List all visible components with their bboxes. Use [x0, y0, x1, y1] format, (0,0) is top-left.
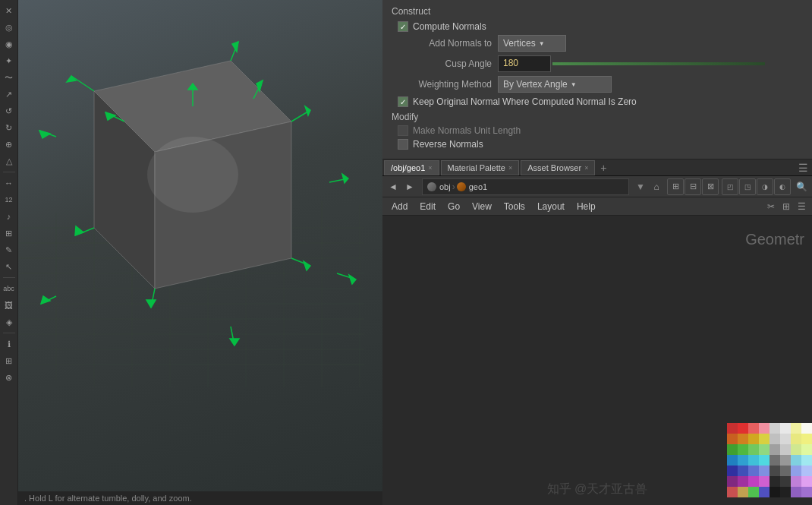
viewport-3d[interactable]: . Hold L for alternate tumble, dolly, an…: [18, 0, 382, 505]
swatch-47[interactable]: [801, 476, 812, 487]
swatch-20[interactable]: [770, 444, 780, 455]
weighting-method-dropdown[interactable]: By Vertex Angle ▼: [498, 76, 612, 93]
swatch-37[interactable]: [780, 466, 791, 476]
menu-edit[interactable]: Edit: [414, 200, 442, 213]
tab-asset-browser[interactable]: Asset Browser ×: [521, 160, 595, 175]
swatch-55[interactable]: [801, 487, 812, 497]
tool-redo[interactable]: ↻: [2, 120, 17, 135]
swatch-11[interactable]: [759, 434, 770, 444]
cusp-angle-slider[interactable]: [552, 62, 765, 65]
compute-normals-checkbox[interactable]: [398, 21, 408, 32]
swatch-54[interactable]: [791, 487, 801, 497]
swatch-39[interactable]: [801, 466, 812, 476]
swatch-43[interactable]: [759, 476, 770, 487]
tool-end[interactable]: ⊗: [2, 370, 17, 385]
swatch-42[interactable]: [748, 476, 759, 487]
tool-circle1[interactable]: ◎: [2, 20, 17, 35]
tool-pin[interactable]: ◈: [2, 314, 17, 330]
tool-triangle[interactable]: △: [2, 153, 17, 169]
swatch-24[interactable]: [727, 455, 738, 466]
menu-go[interactable]: Go: [442, 200, 466, 213]
swatch-38[interactable]: [791, 466, 801, 476]
swatch-27[interactable]: [759, 455, 770, 466]
tab-close-0[interactable]: ×: [428, 164, 432, 172]
display-icon2[interactable]: ◳: [739, 178, 756, 195]
swatch-51[interactable]: [759, 487, 770, 497]
tab-material-palette[interactable]: Material Palette ×: [441, 160, 520, 175]
swatch-3[interactable]: [759, 423, 770, 434]
swatch-12[interactable]: [770, 434, 780, 444]
swatch-4[interactable]: [770, 423, 780, 434]
cusp-angle-input[interactable]: 180: [498, 55, 551, 72]
tool-arrow[interactable]: ↗: [2, 87, 17, 102]
tab-bar-options[interactable]: ☰: [795, 160, 810, 175]
swatch-26[interactable]: [748, 455, 759, 466]
menu-tools[interactable]: Tools: [498, 200, 531, 213]
swatch-7[interactable]: [801, 423, 812, 434]
swatch-46[interactable]: [791, 476, 801, 487]
swatch-45[interactable]: [780, 476, 791, 487]
tool-grid[interactable]: ⊞: [2, 353, 17, 368]
tab-close-2[interactable]: ×: [584, 164, 588, 172]
display-icon3[interactable]: ◑: [757, 178, 773, 195]
tool-target[interactable]: ⊕: [2, 137, 17, 152]
swatch-16[interactable]: [727, 444, 738, 455]
swatch-13[interactable]: [780, 434, 791, 444]
tool-edit[interactable]: ✎: [2, 242, 17, 257]
tool-info[interactable]: ℹ: [2, 336, 17, 352]
swatch-35[interactable]: [759, 466, 770, 476]
swatch-25[interactable]: [738, 455, 748, 466]
tool-wave[interactable]: 〜: [2, 70, 17, 85]
swatch-41[interactable]: [738, 476, 748, 487]
swatch-33[interactable]: [738, 466, 748, 476]
menu-tool3[interactable]: ☰: [794, 199, 809, 214]
swatch-15[interactable]: [801, 434, 812, 444]
make-normals-unit-checkbox[interactable]: [398, 125, 408, 136]
swatch-44[interactable]: [770, 476, 780, 487]
menu-tool1[interactable]: ✂: [763, 199, 779, 214]
tool-num[interactable]: 12: [2, 192, 17, 207]
tool-camera[interactable]: ⊞: [2, 226, 17, 241]
swatch-2[interactable]: [748, 423, 759, 434]
swatch-28[interactable]: [770, 455, 780, 466]
swatch-0[interactable]: [727, 423, 738, 434]
path-dropdown-button[interactable]: ▼: [634, 180, 647, 194]
nav-back-button[interactable]: ◄: [386, 179, 401, 194]
swatch-48[interactable]: [727, 487, 738, 497]
swatch-52[interactable]: [770, 487, 780, 497]
tool-sound[interactable]: ♪: [2, 209, 17, 224]
tool-move[interactable]: ↔: [2, 175, 17, 191]
tool-close[interactable]: ✕: [2, 3, 17, 18]
swatch-53[interactable]: [780, 487, 791, 497]
tool-circle2[interactable]: ◉: [2, 36, 17, 52]
swatch-30[interactable]: [791, 455, 801, 466]
view-icon2[interactable]: ⊟: [685, 178, 701, 195]
menu-tool2[interactable]: ⊞: [779, 199, 794, 214]
swatch-8[interactable]: [727, 434, 738, 444]
tool-abc[interactable]: abc: [2, 281, 17, 296]
menu-add[interactable]: Add: [386, 200, 414, 213]
swatch-9[interactable]: [738, 434, 748, 444]
keep-original-checkbox[interactable]: [398, 96, 408, 107]
swatch-23[interactable]: [801, 444, 812, 455]
tool-img[interactable]: 🖼: [2, 298, 17, 313]
tool-undo[interactable]: ↺: [2, 103, 17, 118]
menu-view[interactable]: View: [466, 200, 498, 213]
swatch-21[interactable]: [780, 444, 791, 455]
menu-help[interactable]: Help: [571, 200, 602, 213]
swatch-32[interactable]: [727, 466, 738, 476]
swatch-10[interactable]: [748, 434, 759, 444]
swatch-6[interactable]: [791, 423, 801, 434]
tab-obj-geo1[interactable]: /obj/geo1 ×: [384, 160, 439, 175]
swatch-31[interactable]: [801, 455, 812, 466]
search-button[interactable]: 🔍: [794, 179, 809, 194]
swatch-19[interactable]: [759, 444, 770, 455]
nav-forward-button[interactable]: ►: [402, 179, 417, 194]
swatch-36[interactable]: [770, 466, 780, 476]
display-icon1[interactable]: ◰: [722, 178, 738, 195]
add-normals-dropdown[interactable]: Vertices ▼: [498, 35, 566, 52]
tab-add-button[interactable]: +: [596, 161, 610, 175]
tool-cursor[interactable]: ↖: [2, 259, 17, 274]
view-icon1[interactable]: ⊞: [667, 178, 684, 195]
swatch-49[interactable]: [738, 487, 748, 497]
